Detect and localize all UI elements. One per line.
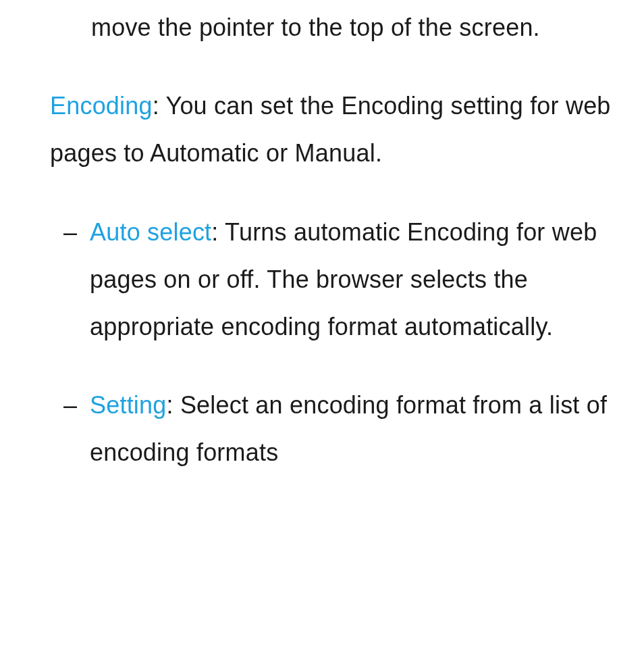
auto-select-term: Auto select — [90, 218, 211, 246]
encoding-term: Encoding — [50, 92, 153, 120]
encoding-paragraph: Encoding: You can set the Encoding setti… — [27, 82, 617, 177]
dash-icon: – — [63, 209, 77, 256]
document-page: move the pointer to the top of the scree… — [0, 0, 644, 477]
setting-term: Setting — [90, 391, 166, 419]
intro-fragment: move the pointer to the top of the scree… — [27, 0, 617, 51]
setting-desc: : Select an encoding format from a list … — [90, 391, 607, 466]
dash-icon: – — [63, 382, 77, 429]
setting-item: – Setting: Select an encoding format fro… — [27, 382, 617, 476]
auto-select-item: – Auto select: Turns automatic Encoding … — [27, 209, 617, 351]
